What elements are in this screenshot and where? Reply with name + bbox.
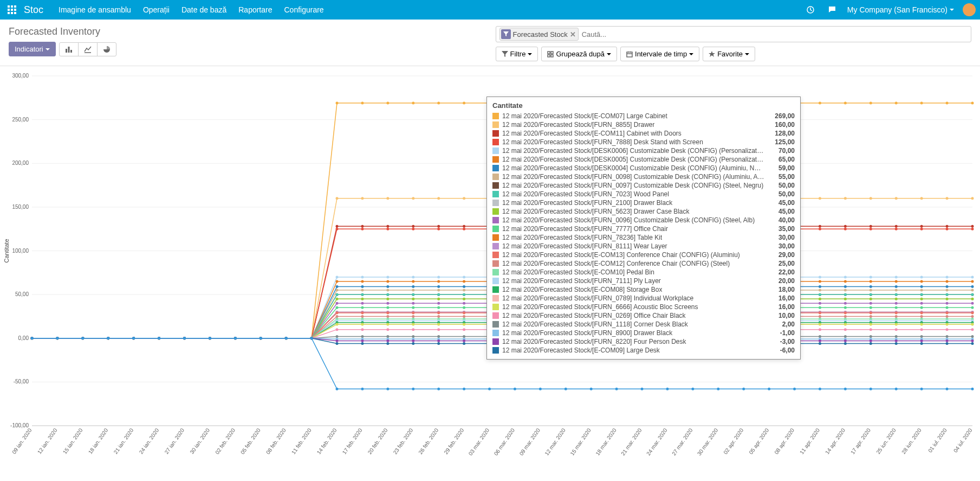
brand[interactable]: Stoc bbox=[24, 4, 43, 16]
tooltip-row: 12 mai 2020/Forecasted Stock/[FURN_0097]… bbox=[492, 181, 795, 190]
svg-point-130 bbox=[437, 197, 440, 200]
remove-facet-icon[interactable]: ✕ bbox=[570, 30, 576, 39]
favorites-button[interactable]: Favorite bbox=[703, 47, 755, 61]
color-swatch bbox=[492, 295, 499, 302]
svg-point-549 bbox=[463, 302, 465, 305]
svg-point-261 bbox=[869, 275, 872, 278]
tooltip-label: 12 mai 2020/Forecasted Stock/[FURN_0096]… bbox=[502, 216, 755, 224]
svg-point-302 bbox=[946, 280, 949, 283]
svg-point-226 bbox=[946, 228, 949, 230]
svg-point-1139 bbox=[971, 342, 974, 345]
svg-text:11 apr. 2020: 11 apr. 2020 bbox=[799, 427, 821, 455]
svg-text:01 iul. 2020: 01 iul. 2020 bbox=[927, 427, 948, 453]
svg-text:20 feb. 2020: 20 feb. 2020 bbox=[367, 427, 389, 455]
svg-point-88 bbox=[336, 101, 339, 104]
tooltip-label: 12 mai 2020/Forecasted Stock/[E-COM13] C… bbox=[502, 251, 740, 259]
nav-config[interactable]: Configurare bbox=[284, 5, 324, 14]
svg-point-202 bbox=[336, 228, 339, 230]
tooltip-row: 12 mai 2020/Forecasted Stock/[E-COM11] C… bbox=[492, 129, 795, 138]
svg-point-1151 bbox=[310, 337, 313, 339]
svg-point-297 bbox=[819, 280, 821, 283]
clock-icon[interactable] bbox=[804, 3, 817, 16]
tooltip-value: 128,00 bbox=[775, 130, 795, 137]
tooltip-row: 12 mai 2020/Forecasted Stock/[FURN_7023]… bbox=[492, 190, 795, 198]
nav-operations[interactable]: Operații bbox=[143, 5, 170, 14]
svg-point-1143 bbox=[107, 337, 109, 339]
color-swatch bbox=[492, 147, 499, 154]
svg-point-1000 bbox=[336, 335, 339, 338]
svg-point-164 bbox=[336, 225, 339, 228]
svg-point-1136 bbox=[895, 342, 898, 345]
tooltip-label: 12 mai 2020/Forecasted Stock/[FURN_8220]… bbox=[502, 338, 686, 345]
svg-point-282 bbox=[437, 280, 440, 283]
svg-point-262 bbox=[895, 275, 898, 278]
timerange-button[interactable]: Intervale de timp bbox=[620, 47, 699, 61]
svg-point-601 bbox=[819, 306, 821, 309]
chat-icon[interactable] bbox=[826, 3, 839, 16]
color-swatch bbox=[492, 130, 499, 137]
svg-point-928 bbox=[437, 323, 440, 325]
svg-point-222 bbox=[844, 228, 847, 230]
svg-text:24 ian. 2020: 24 ian. 2020 bbox=[138, 427, 160, 455]
svg-text:100,00: 100,00 bbox=[12, 248, 29, 254]
svg-point-375 bbox=[869, 289, 872, 292]
tooltip-row: 12 mai 2020/Forecasted Stock/[FURN_8220]… bbox=[492, 337, 795, 346]
nav-overview[interactable]: Imagine de ansamblu bbox=[59, 5, 131, 14]
nav-masterdata[interactable]: Date de bază bbox=[181, 5, 226, 14]
avatar[interactable] bbox=[963, 3, 976, 16]
svg-point-1175 bbox=[920, 388, 923, 390]
svg-point-962 bbox=[336, 328, 339, 331]
svg-text:09 mar. 2020: 09 mar. 2020 bbox=[518, 427, 542, 456]
svg-point-945 bbox=[869, 323, 872, 325]
bar-chart-button[interactable] bbox=[59, 42, 79, 56]
svg-point-1114 bbox=[336, 342, 339, 345]
svg-rect-17 bbox=[627, 52, 632, 57]
tooltip-label: 12 mai 2020/Forecasted Stock/[FURN_0097]… bbox=[502, 182, 763, 189]
svg-point-1095 bbox=[819, 339, 821, 342]
svg-point-1025 bbox=[971, 335, 974, 338]
svg-point-1022 bbox=[895, 335, 898, 338]
svg-point-131 bbox=[463, 197, 465, 200]
svg-point-1169 bbox=[768, 388, 770, 390]
svg-point-128 bbox=[386, 197, 389, 200]
groupby-button[interactable]: Grupează după bbox=[541, 47, 617, 61]
svg-point-126 bbox=[336, 197, 339, 200]
search-input[interactable] bbox=[579, 28, 968, 41]
svg-point-225 bbox=[920, 228, 923, 230]
svg-text:18 mar. 2020: 18 mar. 2020 bbox=[594, 427, 618, 456]
svg-text:08 feb. 2020: 08 feb. 2020 bbox=[265, 427, 287, 455]
tooltip-row: 12 mai 2020/Forecasted Stock/[E-COM09] L… bbox=[492, 346, 795, 355]
tooltip-row: 12 mai 2020/Forecasted Stock/[FURN_0098]… bbox=[492, 172, 795, 181]
svg-point-736 bbox=[386, 315, 389, 318]
pie-chart-button[interactable] bbox=[97, 42, 116, 56]
svg-point-984 bbox=[895, 328, 898, 331]
svg-point-434 bbox=[437, 293, 440, 296]
svg-point-965 bbox=[412, 328, 414, 331]
apps-icon[interactable] bbox=[4, 2, 20, 17]
svg-point-1160 bbox=[539, 388, 542, 390]
svg-point-926 bbox=[386, 323, 389, 325]
svg-point-1101 bbox=[971, 339, 974, 342]
svg-point-1138 bbox=[946, 342, 949, 345]
svg-rect-16 bbox=[551, 55, 553, 57]
svg-text:06 mar. 2020: 06 mar. 2020 bbox=[493, 427, 516, 456]
chart-tooltip: Cantitate 12 mai 2020/Forecasted Stock/[… bbox=[486, 97, 801, 360]
svg-point-221 bbox=[819, 228, 821, 230]
svg-point-335 bbox=[819, 285, 821, 288]
company-selector[interactable]: My Company (San Francisco) bbox=[847, 5, 954, 14]
tooltip-row: 12 mai 2020/Forecasted Stock/[FURN_6666]… bbox=[492, 303, 795, 311]
svg-point-301 bbox=[920, 280, 923, 283]
svg-point-245 bbox=[463, 275, 465, 278]
search-bar[interactable]: Forecasted Stock ✕ bbox=[496, 26, 972, 42]
svg-text:-100,00: -100,00 bbox=[10, 422, 29, 428]
line-chart-button[interactable] bbox=[78, 42, 98, 56]
svg-point-737 bbox=[412, 315, 414, 318]
svg-point-280 bbox=[386, 280, 389, 283]
nav-reporting[interactable]: Raportare bbox=[238, 5, 272, 14]
svg-point-757 bbox=[920, 315, 923, 318]
svg-text:02 apr. 2020: 02 apr. 2020 bbox=[722, 427, 744, 455]
tooltip-row: 12 mai 2020/Forecasted Stock/[FURN_8111]… bbox=[492, 242, 795, 251]
tooltip-value: 65,00 bbox=[778, 156, 795, 163]
filters-button[interactable]: Filtre bbox=[496, 47, 538, 61]
indicators-button[interactable]: Indicatori bbox=[9, 42, 56, 56]
